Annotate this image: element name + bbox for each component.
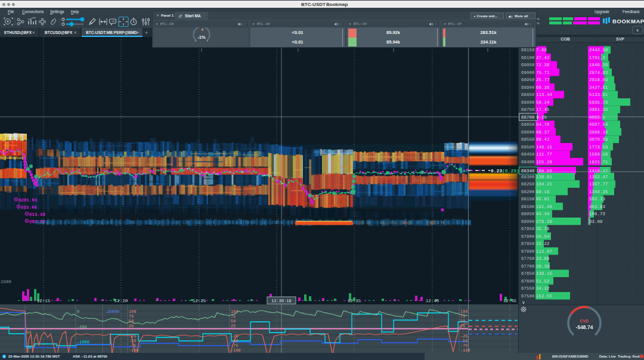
svg-text:191.48: 191.48	[536, 204, 552, 209]
svg-text:75: 75	[231, 314, 236, 319]
svg-text:139.15: 139.15	[536, 271, 553, 276]
svg-text:15.22: 15.22	[536, 241, 550, 246]
svg-text:138.61: 138.61	[536, 175, 553, 179]
svg-text:68900: 68900	[521, 85, 535, 90]
svg-text:SVP: SVP	[616, 37, 624, 41]
svg-text:67700: 67700	[521, 264, 535, 269]
svg-text:12:15: 12:15	[37, 299, 51, 303]
svg-text:2818.03: 2818.03	[589, 77, 608, 82]
svg-text:-548.74: -548.74	[576, 324, 593, 330]
svg-text:-100: -100	[129, 348, 139, 353]
svg-text:68950: 68950	[521, 77, 535, 82]
svg-text:68700: 68700	[521, 115, 535, 120]
svg-text:69150: 69150	[521, 48, 535, 52]
svg-text:100: 100	[129, 309, 137, 314]
svg-text:0: 0	[77, 309, 79, 314]
svg-text:67550: 67550	[521, 286, 535, 291]
svg-text:68200: 68200	[521, 190, 535, 194]
svg-text:89.41: 89.41	[536, 137, 550, 142]
svg-text:2442.98: 2442.98	[589, 48, 608, 52]
svg-text:67750: 67750	[521, 256, 535, 261]
svg-text:-75: -75	[460, 343, 468, 348]
svg-text:68500: 68500	[521, 145, 535, 150]
svg-text:17.45: 17.45	[536, 107, 550, 112]
svg-text:270.29: 270.29	[536, 219, 552, 224]
svg-text:69100: 69100	[521, 55, 535, 60]
svg-text:3670.69: 3670.69	[589, 137, 608, 142]
svg-text:CVD: CVD	[580, 319, 589, 323]
svg-text:1821.71: 1821.71	[589, 160, 608, 165]
svg-text:25.77: 25.77	[536, 77, 550, 82]
svg-text:-50: -50	[129, 339, 137, 343]
svg-text:-1%: -1%	[197, 35, 206, 40]
svg-text:1500: 1500	[1, 280, 12, 284]
svg-text:∨: ∨	[522, 300, 525, 305]
svg-text:-100: -100	[460, 348, 470, 353]
svg-text:131.77: 131.77	[536, 152, 552, 157]
svg-text:68050: 68050	[521, 212, 535, 216]
svg-text:-1000: -1000	[77, 340, 89, 345]
svg-text:1773.59: 1773.59	[589, 145, 608, 150]
svg-text:25: 25	[129, 324, 134, 328]
svg-text:113.44: 113.44	[536, 92, 553, 97]
svg-text:50.54: 50.54	[536, 234, 550, 239]
svg-text:3866.16: 3866.16	[589, 130, 608, 135]
svg-text:0.23: 0.23	[491, 168, 502, 173]
svg-text:403.93: 403.93	[589, 204, 606, 209]
svg-text:-75: -75	[231, 343, 239, 348]
svg-text:3427.61: 3427.61	[589, 85, 608, 90]
svg-text:28.38: 28.38	[536, 264, 550, 269]
svg-text:68750: 68750	[521, 107, 535, 112]
svg-text:12:30:19: 12:30:19	[271, 299, 292, 303]
svg-text:68550: 68550	[521, 137, 535, 142]
svg-text:98.16: 98.16	[536, 190, 550, 194]
svg-text:50: 50	[460, 319, 465, 324]
svg-text:155.28: 155.28	[536, 160, 552, 165]
svg-text:58.24: 58.24	[536, 100, 550, 105]
svg-text:4055.1: 4055.1	[589, 115, 606, 120]
svg-text:1846.56: 1846.56	[589, 63, 608, 67]
svg-text:54.76: 54.76	[536, 122, 550, 127]
svg-text:-50: -50	[231, 339, 239, 343]
svg-text:(0.23): (0.23)	[502, 168, 519, 173]
svg-text:@92.73: @92.73	[29, 219, 46, 224]
svg-text:95.81: 95.81	[536, 197, 550, 201]
svg-text:@13.38: @13.38	[29, 212, 46, 217]
svg-text:69050: 69050	[521, 63, 535, 67]
svg-text:180.56: 180.56	[536, 169, 553, 173]
svg-text:152.55: 152.55	[536, 294, 553, 299]
svg-text:67950: 67950	[521, 226, 535, 231]
svg-text:67800: 67800	[521, 249, 535, 254]
svg-text:51.52: 51.52	[536, 279, 550, 284]
svg-text:@201.03: @201.03	[18, 198, 38, 203]
svg-text:-25: -25	[231, 334, 239, 339]
svg-text:-25: -25	[460, 334, 468, 339]
svg-text:68400: 68400	[521, 160, 535, 165]
svg-text:68000: 68000	[521, 219, 535, 224]
svg-text:68450: 68450	[521, 152, 535, 157]
svg-text:68800: 68800	[521, 100, 535, 105]
svg-text:66.37: 66.37	[536, 130, 550, 135]
svg-text:106.73: 106.73	[589, 212, 606, 216]
svg-text:50: 50	[231, 319, 236, 324]
svg-text:502.13: 502.13	[589, 197, 606, 201]
svg-text:12:40: 12:40	[426, 299, 439, 303]
svg-text:25: 25	[26, 345, 31, 350]
svg-text:68340: 68340	[521, 169, 535, 173]
svg-text:5133.81: 5133.81	[589, 92, 608, 97]
svg-text:75.71: 75.71	[536, 70, 550, 75]
svg-text:2874.93: 2874.93	[589, 70, 608, 75]
svg-text:184.21: 184.21	[536, 182, 553, 187]
svg-text:68850: 68850	[521, 92, 535, 97]
svg-text:1701.3: 1701.3	[589, 55, 606, 60]
svg-text:1397.77: 1397.77	[589, 182, 608, 187]
svg-text:67900: 67900	[521, 234, 535, 239]
svg-text:66.36: 66.36	[536, 85, 550, 90]
svg-text:-25000: -25000	[104, 309, 119, 314]
svg-text:27.42: 27.42	[536, 55, 550, 60]
svg-text:BOOKMAP: BOOKMAP	[612, 18, 644, 24]
svg-text:33.09: 33.09	[589, 219, 603, 224]
svg-text:23.66: 23.66	[536, 256, 550, 261]
svg-text:112.97: 112.97	[536, 249, 552, 254]
svg-text:72.38: 72.38	[536, 63, 550, 67]
